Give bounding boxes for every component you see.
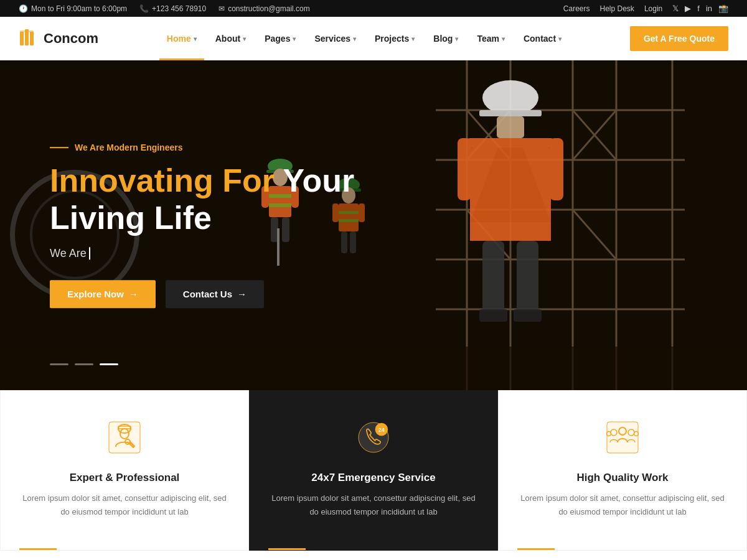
hours-info: 🕐 Mon to Fri 9:00am to 6:00pm [19, 4, 127, 13]
hero-content: We Are Modern Engineers Innovating For Y… [50, 142, 354, 308]
nav-about[interactable]: About ▾ [208, 17, 253, 60]
facebook-icon[interactable]: f [697, 4, 700, 13]
feature-card-emergency: 24 24x7 Emergency Service Lorem ipsum do… [249, 390, 498, 551]
top-bar-right: Careers Help Desk Login 𝕏 ▶ f in 📸 [563, 4, 728, 13]
nav-pages[interactable]: Pages ▾ [257, 17, 303, 60]
explore-now-button[interactable]: Explore Now → [50, 280, 156, 308]
nav-contact[interactable]: Contact ▾ [516, 17, 569, 60]
careers-link[interactable]: Careers [563, 4, 590, 13]
chevron-down-icon: ▾ [293, 35, 296, 42]
logo-text: Concom [44, 30, 98, 47]
slide-dot-3[interactable] [100, 363, 118, 365]
get-quote-button[interactable]: Get A Free Quote [630, 26, 728, 51]
contact-us-button[interactable]: Contact Us → [166, 280, 264, 308]
navbar: Concom Home ▾ About ▾ Pages ▾ Services ▾… [0, 17, 747, 60]
clock-icon: 🕐 [19, 4, 28, 13]
svg-rect-59 [514, 309, 542, 322]
social-links: 𝕏 ▶ f in 📸 [672, 4, 728, 13]
svg-rect-0 [20, 32, 24, 45]
helpdesk-link[interactable]: Help Desk [600, 4, 634, 13]
features-section: Expert & Professional Lorem ipsum dolor … [0, 390, 747, 551]
expert-icon [103, 416, 146, 459]
email-info: ✉ construction@gmail.com [218, 4, 310, 13]
feature-card-quality: High Quality Work Lorem ipsum dolor sit … [498, 390, 747, 551]
feature-desc-quality: Lorem ipsum dolor sit amet, consettur ad… [517, 492, 728, 519]
svg-rect-3 [20, 30, 34, 32]
hero-tag: We Are Modern Engineers [50, 142, 354, 152]
instagram-icon[interactable]: 📸 [718, 4, 728, 13]
svg-rect-46 [479, 110, 542, 116]
hero-section: We Are Modern Engineers Innovating For Y… [0, 60, 747, 390]
feature-desc-expert: Lorem ipsum dolor sit amet, consettur ad… [19, 492, 230, 519]
chevron-down-icon: ▾ [353, 35, 356, 42]
hero-title: Innovating For YourLiving Life [50, 162, 354, 237]
chevron-down-icon: ▾ [194, 35, 197, 42]
svg-rect-47 [497, 116, 524, 138]
phone-info: 📞 +123 456 78910 [139, 4, 206, 13]
twitter-icon[interactable]: 𝕏 [672, 4, 679, 13]
nav-services[interactable]: Services ▾ [307, 17, 364, 60]
nav-team[interactable]: Team ▾ [469, 17, 512, 60]
hero-subtitle: We Are [50, 247, 354, 260]
linkedin-icon[interactable]: in [706, 4, 712, 13]
youtube-icon[interactable]: ▶ [685, 4, 691, 13]
svg-rect-69 [607, 422, 638, 453]
email-icon: ✉ [218, 4, 225, 13]
chevron-down-icon: ▾ [502, 35, 505, 42]
svg-rect-60 [0, 347, 747, 390]
chevron-down-icon: ▾ [558, 35, 561, 42]
top-bar-left: 🕐 Mon to Fri 9:00am to 6:00pm 📞 +123 456… [19, 4, 310, 13]
hero-buttons: Explore Now → Contact Us → [50, 280, 354, 308]
top-bar: 🕐 Mon to Fri 9:00am to 6:00pm 📞 +123 456… [0, 0, 747, 17]
svg-rect-2 [30, 32, 34, 45]
hero-slider-dots [50, 363, 118, 365]
svg-rect-58 [479, 309, 507, 322]
chevron-down-icon: ▾ [411, 35, 415, 42]
logo-icon [19, 27, 39, 51]
emergency-icon: 24 [352, 416, 395, 459]
arrow-right-icon: → [129, 289, 138, 299]
chevron-down-icon: ▾ [455, 35, 458, 42]
svg-text:24: 24 [378, 427, 385, 433]
nav-menu: Home ▾ About ▾ Pages ▾ Services ▾ Projec… [159, 17, 569, 60]
about-section: About Us We 25 Years Of Experience With … [0, 551, 747, 560]
slide-dot-2[interactable] [75, 363, 93, 365]
nav-blog[interactable]: Blog ▾ [426, 17, 466, 60]
feature-title-quality: High Quality Work [517, 472, 728, 484]
feature-card-expert: Expert & Professional Lorem ipsum dolor … [0, 390, 249, 551]
login-link[interactable]: Login [644, 4, 662, 13]
chevron-down-icon: ▾ [243, 35, 246, 42]
feature-desc-emergency: Lorem ipsum dolor sit amet, consettur ad… [268, 492, 479, 519]
feature-title-emergency: 24x7 Emergency Service [268, 472, 479, 484]
arrow-right-icon: → [237, 289, 247, 299]
svg-point-45 [482, 80, 538, 115]
nav-home[interactable]: Home ▾ [159, 17, 204, 60]
svg-rect-54 [458, 138, 471, 200]
tag-line-decoration [50, 147, 68, 148]
nav-projects[interactable]: Projects ▾ [367, 17, 422, 60]
svg-rect-48 [467, 138, 554, 147]
phone-icon: 📞 [139, 4, 149, 13]
logo[interactable]: Concom [19, 27, 98, 51]
feature-title-expert: Expert & Professional [19, 472, 230, 484]
slide-dot-1[interactable] [50, 363, 68, 365]
text-cursor [89, 247, 90, 259]
svg-rect-42 [359, 203, 365, 222]
quality-icon [601, 416, 644, 459]
svg-rect-55 [550, 138, 563, 200]
